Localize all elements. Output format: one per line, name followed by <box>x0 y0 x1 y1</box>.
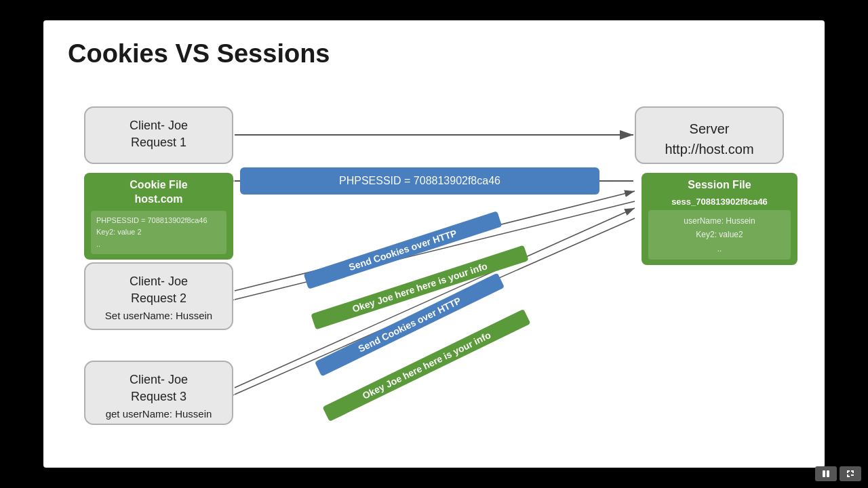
banner-okey-joe-2: Okey Joe here here is your info <box>322 309 530 422</box>
cookie-file-content: PHPSESSID = 708813902f8ca46 Key2: value … <box>91 211 226 255</box>
client3-line3: get userName: Hussein <box>106 408 212 420</box>
slide-title: Cookies VS Sessions <box>43 20 825 79</box>
svg-rect-8 <box>823 470 825 477</box>
client3-box: Client- Joe Request 3 get userName: Huss… <box>84 361 233 425</box>
client1-line1: Client- Joe <box>130 119 188 132</box>
session-id: sess_708813902f8ca46 <box>648 197 791 207</box>
cookie-file-title: Cookie Filehost.com <box>91 178 226 207</box>
slide: Cookies VS Sessions <box>43 20 825 468</box>
pause-button[interactable] <box>815 466 837 481</box>
phpsessid-bar: PHPSESSID = 708813902f8ca46 <box>240 167 599 195</box>
client2-line2: Request 2 <box>131 291 186 305</box>
server-box: Server http://host.com <box>635 106 784 164</box>
session-file-content: userName: Hussein Key2: value2 .. <box>648 210 791 260</box>
fullscreen-button[interactable] <box>840 466 861 481</box>
cookie-file-box: Cookie Filehost.com PHPSESSID = 70881390… <box>84 173 233 260</box>
svg-rect-9 <box>827 470 829 477</box>
diagram: Client- Joe Request 1 Client- Joe Reques… <box>43 79 825 466</box>
client3-line1: Client- Joe <box>130 373 188 386</box>
server-line1: Server <box>690 121 730 136</box>
session-file-data: userName: Hussein Key2: value2 .. <box>684 216 755 253</box>
phpsessid-text: PHPSESSID = 708813902f8ca46 <box>339 175 500 187</box>
server-line2: http://host.com <box>665 142 753 157</box>
client2-line3: Set userName: Hussein <box>105 310 212 321</box>
client1-line2: Request 1 <box>131 136 186 149</box>
session-file-title: Session File <box>648 178 791 192</box>
client3-line2: Request 3 <box>131 390 186 403</box>
client2-box: Client- Joe Request 2 Set userName: Huss… <box>84 262 233 330</box>
session-file-box: Session File sess_708813902f8ca46 userNa… <box>642 173 797 265</box>
video-controls <box>815 466 861 481</box>
client2-line1: Client- Joe <box>130 274 188 288</box>
cookie-file-data: PHPSESSID = 708813902f8ca46 Key2: value … <box>96 216 208 248</box>
client1-box: Client- Joe Request 1 <box>84 106 233 164</box>
